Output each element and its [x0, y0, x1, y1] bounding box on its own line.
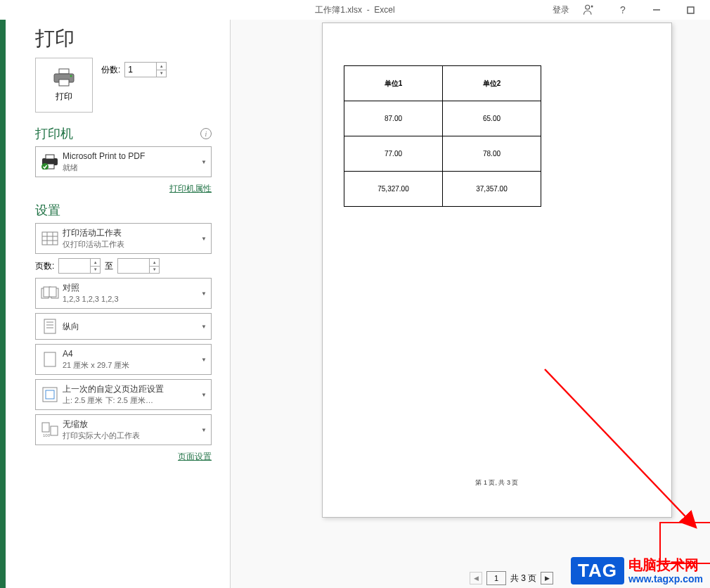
- chevron-down-icon: ▼: [201, 290, 207, 297]
- chevron-down-icon: ▼: [201, 427, 207, 433]
- printer-icon: [53, 68, 75, 87]
- svg-rect-5: [59, 79, 69, 86]
- scaling-dropdown[interactable]: 100 无缩放打印实际大小的工作表 ▼: [35, 414, 212, 445]
- page-to-input[interactable]: ▲▼: [117, 258, 160, 274]
- spinner-up-icon[interactable]: ▲: [157, 63, 166, 70]
- table-row: 75,327.0037,357.00: [344, 172, 541, 207]
- page-number-input[interactable]: 1: [486, 571, 506, 585]
- preview-table: 单位1单位2 87.0065.00 77.0078.00 75,327.0037…: [344, 65, 541, 207]
- account-icon[interactable]: [575, 0, 603, 20]
- svg-point-0: [586, 5, 590, 9]
- printer-properties-link[interactable]: 打印机属性: [169, 184, 212, 193]
- chevron-down-icon: ▼: [201, 236, 207, 242]
- copies-label: 份数:: [101, 64, 120, 76]
- spinner-down-icon[interactable]: ▼: [157, 70, 166, 77]
- svg-line-30: [545, 369, 696, 528]
- chevron-down-icon: ▼: [201, 392, 207, 398]
- settings-section-heading: 设置: [35, 202, 60, 219]
- collate-icon: [40, 283, 60, 303]
- chevron-down-icon: ▼: [201, 159, 207, 165]
- orientation-dropdown[interactable]: 纵向 ▼: [35, 313, 212, 340]
- watermark: TAG 电脑技术网www.tagxp.com: [571, 556, 703, 585]
- page-setup-link[interactable]: 页面设置: [178, 452, 212, 461]
- chevron-down-icon: ▼: [201, 324, 207, 330]
- titlebar: 工作簿1.xlsx - Excel 登录 ?: [0, 0, 710, 20]
- svg-point-6: [70, 75, 72, 77]
- table-row: 77.0078.00: [344, 136, 541, 172]
- collate-dropdown[interactable]: 对照1,2,3 1,2,3 1,2,3 ▼: [35, 278, 212, 309]
- portrait-icon: [40, 317, 60, 336]
- minimize-button[interactable]: [643, 0, 671, 20]
- prev-page-button[interactable]: ◀: [470, 572, 482, 584]
- svg-rect-2: [688, 7, 694, 13]
- svg-rect-19: [49, 287, 56, 297]
- svg-rect-28: [51, 426, 58, 435]
- page-title: 打印: [35, 25, 212, 52]
- info-icon[interactable]: i: [200, 128, 212, 139]
- print-preview: 单位1单位2 87.0065.00 77.0078.00 75,327.0037…: [231, 20, 710, 588]
- page-total: 共 3 页: [510, 573, 536, 584]
- chevron-down-icon: ▼: [201, 357, 207, 363]
- svg-rect-26: [46, 390, 54, 399]
- margins-dropdown[interactable]: 上一次的自定义页边距设置上: 2.5 厘米 下: 2.5 厘米… ▼: [35, 379, 212, 410]
- margins-icon: [40, 385, 60, 404]
- printer-dropdown[interactable]: Microsoft Print to PDF就绪 ▼: [35, 146, 212, 177]
- print-panel: 打印 打印 份数: 1 ▲▼ 打印机 i: [6, 20, 231, 588]
- page-from-input[interactable]: ▲▼: [58, 258, 101, 274]
- print-what-dropdown[interactable]: 打印活动工作表仅打印活动工作表 ▼: [35, 223, 212, 254]
- svg-rect-3: [59, 69, 69, 74]
- backstage-accent: [0, 20, 6, 588]
- print-button[interactable]: 打印: [35, 58, 93, 113]
- printer-device-icon: [40, 152, 60, 172]
- paper-dropdown[interactable]: A421 厘米 x 29.7 厘米 ▼: [35, 344, 212, 375]
- svg-rect-24: [44, 352, 56, 366]
- svg-rect-11: [42, 232, 58, 245]
- printer-section-heading: 打印机: [35, 125, 73, 142]
- svg-rect-8: [46, 155, 54, 159]
- pages-row: 页数: ▲▼ 至 ▲▼: [35, 258, 212, 274]
- login-button[interactable]: 登录: [553, 4, 569, 16]
- preview-pager: ◀ 1 共 3 页 ▶: [470, 571, 553, 585]
- maximize-button[interactable]: [676, 0, 704, 20]
- svg-text:100: 100: [43, 433, 51, 437]
- annotation-arrow: [541, 366, 710, 542]
- next-page-button[interactable]: ▶: [541, 572, 553, 584]
- copies-input[interactable]: 1 ▲▼: [124, 62, 167, 77]
- scaling-icon: 100: [40, 420, 60, 440]
- svg-rect-27: [42, 423, 49, 432]
- table-row: 87.0065.00: [344, 101, 541, 136]
- svg-rect-20: [44, 319, 56, 333]
- svg-rect-25: [43, 388, 57, 402]
- help-button[interactable]: ?: [609, 0, 637, 20]
- page-icon: [40, 350, 60, 369]
- sheet-icon: [40, 229, 60, 248]
